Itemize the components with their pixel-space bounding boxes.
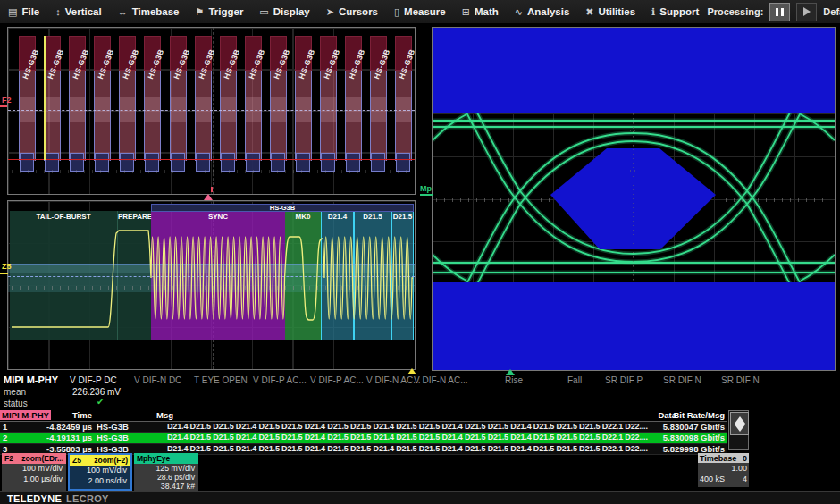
trigger-marker — [211, 187, 213, 192]
timebase-scale: 1.00 — [731, 463, 747, 474]
horizontal-scale: 1.00 µs/div — [2, 475, 66, 485]
channel-tag-z5-pointer — [0, 273, 8, 274]
measure-column-label[interactable]: V DIF-P DC — [70, 375, 117, 385]
measure-icon: ▯ — [394, 7, 399, 17]
measure-column-label[interactable]: V DIF-P AC... — [310, 375, 364, 385]
decode-protocol-badge[interactable]: MIPI M-PHY — [0, 410, 51, 420]
menu-display[interactable]: ▭Display — [251, 0, 317, 23]
menu-utilities[interactable]: ✖Utilities — [577, 0, 643, 23]
menu-vertical[interactable]: ↕Vertical — [47, 0, 109, 23]
pause-button[interactable] — [769, 3, 790, 21]
measure-row-status: status — [4, 399, 28, 408]
burst-block: HS-G3B — [270, 36, 287, 172]
channel-tag-f2[interactable]: F2 — [2, 97, 12, 105]
descriptor-title: zoom(F2) — [94, 456, 128, 465]
descriptor-f2[interactable]: F2 zoom(EDr... 100 mV/div 1.00 µs/div — [2, 453, 66, 491]
vertical-icon: ↕ — [55, 7, 61, 17]
col-rate[interactable]: Bit Rate/Msg — [645, 410, 725, 420]
decode-table: MIPI M-PHY Time Msg Data Bit Rate/Msg 1 … — [0, 410, 727, 455]
sample-count: 400 kS — [700, 474, 725, 484]
descriptor-id: F2 — [4, 454, 13, 463]
sweeps-count: 38.417 k# — [134, 482, 198, 491]
mask-bottom — [433, 282, 835, 370]
measure-row-mean: mean — [4, 387, 26, 397]
menu-math[interactable]: ⊞Math — [454, 0, 507, 23]
burst-block: HS-G3B — [170, 36, 187, 172]
menu-timebase[interactable]: ↔Timebase — [110, 0, 188, 23]
play-icon — [803, 7, 811, 16]
col-msg[interactable]: Msg — [156, 410, 173, 420]
measure-column-label[interactable]: V DIF-N AC... — [414, 375, 468, 385]
menu-analysis[interactable]: ∿Analysis — [507, 0, 578, 23]
menu-support[interactable]: ℹSupport — [643, 0, 707, 23]
measure-column-label[interactable]: Rise — [505, 375, 523, 385]
col-time[interactable]: Time — [54, 410, 92, 420]
measure-column-label[interactable]: T EYE OPEN — [194, 375, 248, 385]
burst-block: HS-G3B — [220, 36, 237, 172]
eye-diagram-panel[interactable] — [432, 27, 836, 371]
eye-trigger-marker — [506, 369, 515, 375]
menu-measure[interactable]: ▯Measure — [386, 0, 454, 23]
menu-trigger[interactable]: ⚑Trigger — [188, 0, 252, 23]
vertical-scale: 100 mV/div — [2, 464, 66, 475]
vertical-scale: 100 mV/div — [70, 466, 130, 476]
measure-column-label[interactable]: SR DIF N — [663, 375, 701, 385]
zoom-center-marker — [204, 194, 213, 200]
burst-block: HS-G3B — [94, 36, 111, 172]
timebase-offset: 0 — [743, 454, 747, 463]
measure-column-label[interactable]: V DIF-P AC... — [253, 375, 307, 385]
measure-column-label[interactable]: SR DIF P — [605, 375, 643, 385]
burst-waveform-path — [12, 231, 413, 327]
burst-block: HS-G3B — [320, 36, 337, 172]
menu-file[interactable]: ▤File — [0, 0, 47, 23]
burst-block: HS-G3B — [119, 36, 136, 172]
descriptor-z5-selected[interactable]: Z5 zoom(F2) 100 mV/div 2.00 ns/div — [68, 453, 132, 491]
measure-column-label[interactable]: V DIF-N AC... — [366, 375, 421, 385]
burst-block: HS-G3B — [395, 36, 412, 172]
timebase-box[interactable]: Timebase 0 1.00 400 kS 4 — [698, 453, 749, 487]
measure-title: MIPI M-PHY — [4, 374, 58, 385]
threshold-line — [8, 159, 415, 160]
zoom-position-cursor[interactable] — [44, 36, 46, 160]
channel-tag-z5[interactable]: Z5 — [2, 263, 12, 271]
burst-waveform — [8, 201, 415, 369]
logo-bar: TELEDYNE LECROY — [0, 491, 840, 504]
measure-mean-value: 226.236 mV — [70, 387, 121, 397]
burst-block: HS-G3B — [144, 36, 161, 172]
table-row-selected[interactable]: 2 -4.19131 µs HS-G3B D21.4 D21.5 D21.5 D… — [0, 433, 727, 443]
burst-block: HS-G3B — [295, 36, 312, 172]
scroll-down-icon — [735, 424, 745, 432]
table-row[interactable]: 1 -4.82459 µs HS-G3B D21.4 D21.5 D21.5 D… — [0, 422, 727, 433]
descriptor-id: MphyEye — [137, 454, 170, 463]
horizontal-scale: 2.00 ns/div — [70, 476, 130, 487]
oscilloscope-screen: ▤File ↕Vertical ↔Timebase ⚑Trigger ▭Disp… — [0, 0, 840, 504]
sample-rate: 4 — [743, 474, 747, 484]
scroll-arrows[interactable] — [730, 412, 749, 435]
burst-block: HS-G3B — [245, 36, 262, 172]
burst-zoom-panel[interactable]: TAIL-OF-BURST PREPARE SYNC MK0 D21.4 D21… — [7, 200, 416, 370]
status-pass-check: ✔ — [97, 397, 104, 407]
ruler-ticks — [12, 170, 411, 173]
display-icon: ▭ — [259, 7, 268, 17]
descriptor-mphyeye[interactable]: MphyEye 125 mV/div 28.6 ps/div 38.417 k# — [134, 453, 198, 491]
menu-bar: ▤File ↕Vertical ↔Timebase ⚑Trigger ▭Disp… — [0, 0, 840, 24]
decode-table-header: MIPI M-PHY Time Msg Data Bit Rate/Msg — [0, 410, 727, 422]
measure-column-label[interactable]: Fall — [567, 375, 582, 385]
table-scrollbar[interactable] — [728, 410, 749, 450]
menu-cursors[interactable]: ➤Cursors — [318, 0, 386, 23]
channel-tag-mp[interactable]: Mp — [420, 185, 432, 193]
measure-column-label[interactable]: V DIF-N DC — [134, 375, 181, 385]
pause-icon — [776, 8, 784, 16]
trigger-icon: ⚑ — [196, 7, 205, 17]
mask-top — [433, 28, 835, 113]
measure-column-label[interactable]: SR DIF N — [721, 375, 760, 385]
brand-lecroy: LECROY — [66, 493, 109, 504]
channel-tag-f2-pointer — [0, 105, 7, 107]
analysis-icon: ∿ — [515, 7, 523, 17]
vertical-scale: 125 mV/div — [134, 464, 198, 473]
burst-overview-panel[interactable]: HS-G3B HS-G3B HS-G3B HS-G3B HS-G3B HS-G3… — [7, 27, 416, 195]
file-icon: ▤ — [8, 7, 17, 17]
trigger-level-line — [8, 110, 415, 111]
yellow-position-marker — [407, 368, 416, 374]
play-button[interactable] — [796, 3, 817, 21]
